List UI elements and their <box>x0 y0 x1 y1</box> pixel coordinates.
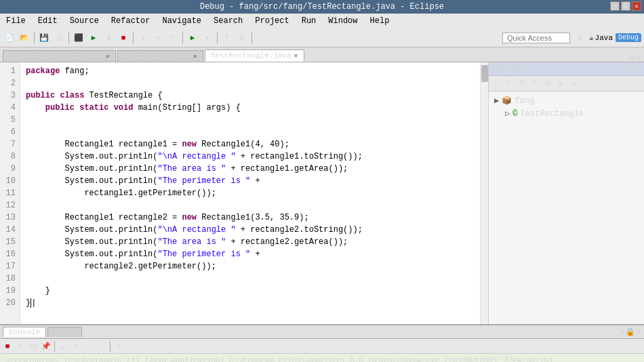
java-perspective[interactable]: ☕ Java <box>589 33 613 42</box>
quick-access-input[interactable] <box>502 33 570 43</box>
debug-button[interactable]: ⬛ <box>72 31 85 45</box>
tab-rectangle1[interactable]: Rectangle1.java ✕ <box>117 50 203 62</box>
console-header-buttons: ✕ 🔒 ⊞ <box>620 327 644 336</box>
run-config-button[interactable]: ▾ <box>201 31 214 45</box>
console-next-output-button[interactable]: → <box>83 340 95 353</box>
tab-label-geometric: GeometricObject1.java <box>9 52 103 60</box>
open-button[interactable]: 📂 <box>18 31 31 45</box>
tab-close-testrectangle[interactable]: ✕ <box>294 52 298 60</box>
console-scroll-lock-button[interactable]: 🔒 <box>626 327 635 336</box>
editor-pane[interactable]: 12345 678910 1112131415 1617181920 packa… <box>0 62 480 324</box>
prev-edit-button[interactable]: ← <box>255 31 268 45</box>
menu-search[interactable]: Search <box>210 16 246 26</box>
console-area: Console Tasks ✕ 🔒 ⊞ ■ ✕ ✕✕ 📌 ↵ ⬇ → ← ▾ <… <box>0 324 644 362</box>
resume-button[interactable]: ▶ <box>87 31 100 45</box>
console-header-label: <terminated> TestRectangle (1) [Java App… <box>5 357 553 362</box>
tree-label-fang: fang <box>515 96 534 106</box>
tree-arrow-testrectangle: ▷ <box>505 108 510 119</box>
open-perspective-button[interactable]: ⊞ <box>573 31 586 45</box>
toolbar-sep-6 <box>251 32 252 44</box>
menu-project[interactable]: Project <box>251 16 292 26</box>
tab-label-rectangle1: Rectangle1.java <box>123 52 190 60</box>
open-resource-button[interactable]: ⊞ <box>235 31 249 45</box>
maximize-button[interactable]: □ <box>621 1 630 11</box>
title-text: Debug - fang/src/fang/TestRectangle.java… <box>200 2 444 12</box>
tab-testrectangle[interactable]: TestRectangle.java ✕ <box>205 49 304 62</box>
class-icon: © <box>512 109 517 119</box>
editor-scrollbar[interactable] <box>480 62 488 324</box>
toolbar-sep-1 <box>34 32 35 44</box>
toolbar-right: ⊞ ☕ Java Debug <box>502 31 641 45</box>
outline-panel: Outline ▾ ⊞ ✕ ↕ F S P ⟳ ⊕ ⊖ ▶ 📦 <box>488 62 644 324</box>
menu-help[interactable]: Help <box>367 16 393 26</box>
outline-collapse-button[interactable]: ▾ <box>624 64 628 73</box>
console-word-wrap-button[interactable]: ↵ <box>57 340 69 353</box>
menu-source[interactable]: Source <box>66 16 102 26</box>
console-tab-console[interactable]: Console <box>3 327 46 337</box>
tab-geometric[interactable]: GeometricObject1.java ✕ <box>3 50 116 62</box>
console-maximize-button[interactable]: ⊞ <box>637 327 641 336</box>
minimize-button[interactable]: ─ <box>610 1 620 11</box>
outline-hide-fields-button[interactable]: F <box>503 77 515 89</box>
outline-hide-static-button[interactable]: S <box>516 77 528 89</box>
menu-file[interactable]: File <box>3 16 29 26</box>
stop-button[interactable]: ■ <box>117 31 130 45</box>
console-select-output-button[interactable]: ▾ <box>113 340 125 353</box>
maximize-editor-button[interactable]: ⊞ <box>630 53 635 62</box>
console-scroll-end-button[interactable]: ⬇ <box>70 340 82 353</box>
outline-sort-button[interactable]: ↕ <box>490 77 502 89</box>
console-toolbar: ■ ✕ ✕✕ 📌 ↵ ⬇ → ← ▾ <box>0 339 644 354</box>
console-remove-all-button[interactable]: ✕✕ <box>27 340 39 353</box>
console-tab-tasks[interactable]: Tasks <box>47 327 82 337</box>
console-pin-button[interactable]: 📌 <box>40 340 52 353</box>
open-type-button[interactable]: T <box>220 31 234 45</box>
tree-label-testrectangle: TestRectangle <box>520 109 584 119</box>
menu-edit[interactable]: Edit <box>35 16 61 26</box>
window-controls: ─ □ ✕ <box>610 1 641 11</box>
print-button[interactable]: 🖨 <box>52 31 66 45</box>
toolbar-sep-4 <box>182 32 183 44</box>
toolbar-sep-2 <box>68 32 69 44</box>
toolbar-sep-3 <box>133 32 134 44</box>
menu-navigate[interactable]: Navigate <box>159 16 205 26</box>
tab-close-geometric[interactable]: ✕ <box>106 52 110 60</box>
outline-item-fang[interactable]: ▶ 📦 fang <box>491 94 641 107</box>
tab-label-testrectangle: TestRectangle.java <box>211 52 291 60</box>
console-clear-button[interactable]: ✕ <box>620 327 625 336</box>
suspend-button[interactable]: ⏸ <box>102 31 115 45</box>
outline-header: Outline ▾ ⊞ ✕ <box>489 62 644 76</box>
code-area[interactable]: package fang; public class TestRectangle… <box>20 62 480 324</box>
outline-hide-nonpublic-button[interactable]: P <box>529 77 541 89</box>
outline-toolbar: ↕ F S P ⟳ ⊕ ⊖ <box>489 76 644 92</box>
console-remove-button[interactable]: ✕ <box>14 340 26 353</box>
step-over-button[interactable]: ↷ <box>151 31 165 45</box>
step-into-button[interactable]: ↴ <box>136 31 150 45</box>
outline-sync-button[interactable]: ⟳ <box>542 77 554 89</box>
run-button[interactable]: ▶ <box>186 31 199 45</box>
outline-maximize-button[interactable]: ⊞ <box>630 64 635 73</box>
outline-collapse-all-button[interactable]: ⊖ <box>567 77 580 89</box>
step-return-button[interactable]: ↱ <box>166 31 180 45</box>
console-terminate-button[interactable]: ■ <box>1 340 14 353</box>
editor-scrollbar-thumb[interactable] <box>481 65 488 82</box>
outline-expand-button[interactable]: ⊕ <box>555 77 567 89</box>
outline-header-buttons: ▾ ⊞ ✕ <box>624 64 640 73</box>
outline-close-button[interactable]: ✕ <box>635 64 640 73</box>
tree-arrow-fang: ▶ <box>494 96 499 106</box>
tab-close-rectangle1[interactable]: ✕ <box>193 52 197 60</box>
save-button[interactable]: 💾 <box>37 31 51 45</box>
new-button[interactable]: 📄 <box>3 31 16 45</box>
menu-window[interactable]: Window <box>325 16 361 26</box>
debug-perspective[interactable]: Debug <box>616 33 641 42</box>
console-header-text: <terminated> TestRectangle (1) [Java App… <box>0 354 644 362</box>
next-edit-button[interactable]: → <box>270 31 283 45</box>
close-button[interactable]: ✕ <box>632 1 641 11</box>
restore-editor-button[interactable]: ⊟ <box>637 53 641 62</box>
menu-refactor[interactable]: Refactor <box>108 16 154 26</box>
outline-title: Outline <box>493 65 524 73</box>
console-prev-output-button[interactable]: ← <box>96 340 108 353</box>
title-bar: Debug - fang/src/fang/TestRectangle.java… <box>0 0 644 14</box>
menu-bar: File Edit Source Refactor Navigate Searc… <box>0 14 644 28</box>
outline-item-testrectangle[interactable]: ▷ © TestRectangle <box>491 107 641 120</box>
menu-run[interactable]: Run <box>298 16 320 26</box>
